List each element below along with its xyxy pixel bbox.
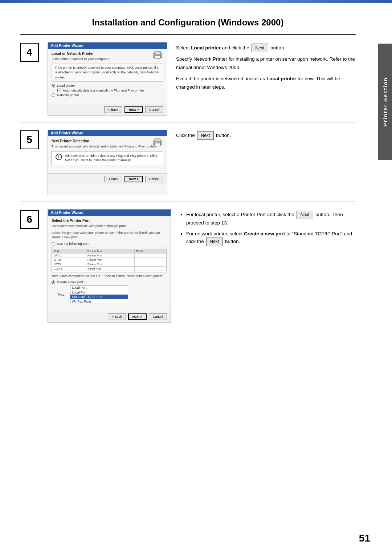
step-5-footer: < Back Next > Cancel [48, 173, 167, 185]
col-desc: Description [86, 249, 134, 253]
step-5-warning: ! Windows was unable to detect any Plug … [52, 151, 163, 165]
right-tab-label: Printer Section [382, 77, 388, 127]
dropdown-option-localport2: Local Port [70, 290, 128, 295]
step-4-body: Local or Network Printer Is the printer … [48, 49, 167, 101]
step-4-option-local: Local printer [52, 84, 163, 88]
step-6-port-table-container: Port Description Printer LPT1:Printer Po… [52, 247, 167, 272]
step-6-radio-create-new: Create a new port: [52, 280, 167, 284]
step-6-cancel-btn[interactable]: Cancel [149, 313, 167, 320]
step-4-subtitle: Local or Network Printer [52, 52, 163, 56]
step-4-desc-3: Even if the printer is networked, instal… [176, 75, 356, 92]
step-4-screenshot: Add Printer Wizard Local or Network Prin… [48, 42, 167, 116]
step-6-type-row: Type: Local Port Local Port Standard TCP… [52, 285, 167, 304]
svg-rect-2 [155, 56, 160, 58]
step-5-body: New Printer Detection This wizard automa… [48, 136, 167, 170]
dropdown-option-localport: Local Port [70, 285, 128, 290]
step-4-long-desc: If the printer is directly attached to y… [52, 64, 163, 82]
step-4-desc-1: Select Local printer and click the Next … [176, 44, 356, 52]
step-6-desc: For local printer, select a Printer Port… [180, 209, 356, 249]
radio-network [52, 93, 55, 97]
step-5-desc-1: Click the Next button. [176, 131, 356, 140]
page-container: Printer Section Installation and Configu… [0, 0, 392, 555]
create-new-label: Create a new port: [57, 280, 84, 284]
step-6-titlebar: Add Printer Wizard [48, 210, 171, 216]
step-5-warning-text: Windows was unable to detect any Plug an… [65, 154, 159, 163]
svg-rect-6 [155, 143, 160, 146]
step-4-option-autodetect: ✓ Automatically detect and install my Pl… [52, 89, 163, 92]
step-6-row: 6 Add Printer Wizard Select the Printer … [20, 209, 356, 323]
step-5-desc: Click the Next button. [176, 130, 356, 143]
radio-local-selected [52, 84, 55, 88]
option-autodetect-label: Automatically detect and install my Plug… [63, 89, 144, 92]
step-4-next-btn[interactable]: Next > [124, 106, 143, 113]
step-6-subtitle: Select the Printer Port [52, 219, 167, 223]
right-tab: Printer Section [378, 44, 392, 160]
checkbox-autodetect: ✓ [57, 89, 61, 92]
step-4-row: 4 Add Printer Wizard Local or Network P [20, 42, 356, 116]
step-5-subtitle: New Printer Detection [52, 139, 163, 143]
step-6-bullet-2: For network printer, select Create a new… [186, 230, 356, 246]
step-6-next-inline-1: Next [297, 211, 314, 219]
type-label: Type: [57, 293, 65, 296]
type-dropdown[interactable]: Local Port Local Port Standard TCP/IP Po… [70, 285, 128, 304]
table-row: COM2:Serial Port [52, 271, 167, 272]
step-6-back-btn[interactable]: < Back [108, 313, 126, 320]
step-4-footer: < Back Next > Cancel [48, 104, 167, 115]
step-6-port-table: Port Description Printer LPT1:Printer Po… [52, 249, 167, 272]
col-printer: Printer [134, 249, 166, 253]
step-6-number: 6 [20, 210, 39, 229]
step-6-radio-use-following: Use the following port: [52, 242, 167, 246]
step-4-back-btn[interactable]: < Back [104, 106, 122, 113]
table-row: LPT3:Printer Port [52, 262, 167, 266]
type-dropdown-container: Local Port Local Port Standard TCP/IP Po… [70, 285, 128, 304]
step-6-next-btn[interactable]: Next > [128, 313, 147, 320]
use-following-label: Use the following port: [57, 242, 89, 246]
top-divider [20, 34, 356, 35]
step-6-note: Note: Most computers use the LPT1: port … [52, 274, 167, 279]
step-4-desc: Select Local printer and click the Next … [176, 42, 356, 94]
page-number: 51 [359, 532, 370, 544]
top-bar [0, 0, 392, 3]
step-6-screenshot: Add Printer Wizard Select the Printer Po… [48, 209, 171, 323]
step-5-back-btn[interactable]: < Back [104, 176, 122, 182]
col-port: Port [52, 249, 86, 253]
page-title: Installation and Configuration (Windows … [20, 17, 356, 28]
step-6-bullets: For local printer, select a Printer Port… [180, 211, 356, 246]
step-6-next-inline-2: Next [206, 238, 223, 246]
step-5-subtitle-desc: This wizard automatically detects and in… [52, 144, 163, 149]
dropdown-option-tcpip: Standard TCP/IP Port [70, 295, 128, 299]
svg-rect-5 [155, 139, 160, 142]
divider-4-5 [20, 122, 356, 122]
step-4-titlebar: Add Printer Wizard [48, 42, 167, 49]
step-6-body-desc: Select the port you want your printer to… [52, 231, 167, 240]
svg-point-3 [160, 55, 161, 56]
svg-point-7 [160, 142, 161, 143]
option-network-label: Network printer [57, 93, 79, 97]
dropdown-option-winfax: WinFax Ports [70, 299, 128, 304]
divider-5-6 [20, 202, 356, 202]
printer-icon-4 [152, 50, 163, 60]
table-row: LPT2:Printer Port [52, 258, 167, 262]
step-5-cancel-btn[interactable]: Cancel [145, 176, 163, 182]
step-5-titlebar: Add Printer Wizard [48, 130, 167, 136]
step-6-body: Select the Printer Port Computers commun… [48, 216, 171, 308]
step-6-footer: < Back Next > Cancel [48, 311, 171, 322]
printer-icon-5 [152, 138, 163, 147]
step-6-bullet-1: For local printer, select a Printer Port… [186, 211, 356, 227]
step-5-next-btn[interactable]: Next > [124, 176, 143, 182]
table-row: LPT1:Printer Port [52, 253, 167, 258]
step-4-cancel-btn[interactable]: Cancel [145, 106, 163, 113]
svg-rect-1 [155, 51, 160, 54]
step-5-row: 5 Add Printer Wizard New Printer Detect [20, 130, 356, 195]
step-5-next-inline: Next [197, 131, 214, 140]
table-row: COM1:Serial Port [52, 266, 167, 271]
step-4-next-inline: Next [252, 44, 269, 52]
step-4-number: 4 [20, 43, 39, 62]
radio-use-following [52, 242, 55, 246]
step-5-screenshot: Add Printer Wizard New Printer Detection… [48, 130, 167, 195]
step-4-desc-2: Specify Network Printer for installing a… [176, 55, 356, 72]
step-4-option-network: Network printer [52, 93, 163, 97]
option-local-label: Local printer [57, 84, 75, 88]
main-content: Installation and Configuration (Windows … [0, 3, 392, 348]
radio-create-new [52, 280, 55, 284]
